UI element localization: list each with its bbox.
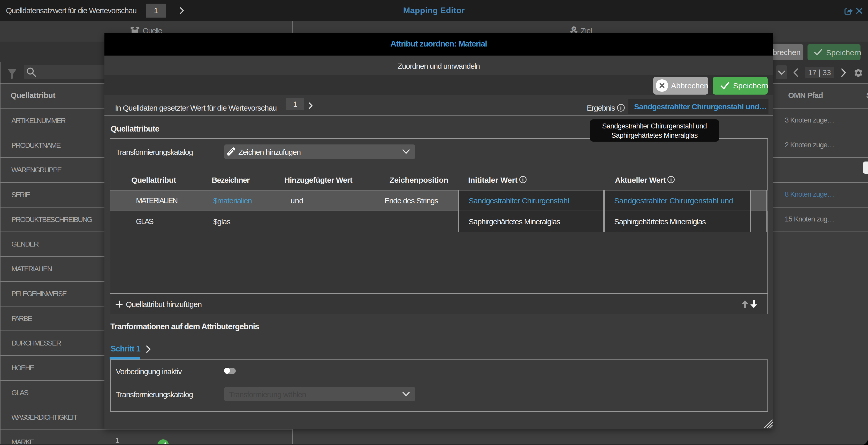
svg-text:P: P xyxy=(573,27,575,31)
